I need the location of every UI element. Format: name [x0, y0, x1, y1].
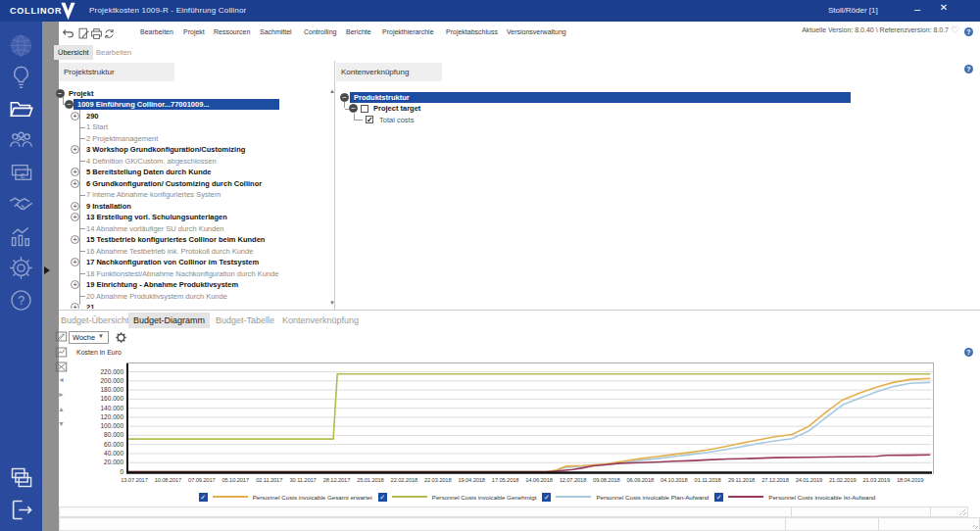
budget-tab-3[interactable]: Kontenverknüpfung — [277, 313, 364, 328]
x-tick-label: 12.07.2018 — [556, 477, 589, 483]
collapse-icon[interactable]: − — [56, 89, 65, 98]
expand-icon[interactable]: + — [71, 179, 79, 188]
expand-icon[interactable]: + — [71, 235, 79, 244]
x-tick-label: 22.02.2018 — [387, 477, 420, 483]
x-tick-label: 18.04.2019 — [894, 477, 927, 483]
tree-row[interactable]: 13 Erstellung vorl. Schulungsunterlagen — [86, 212, 227, 223]
budget-tab-1[interactable]: Budget-Diagramm — [128, 313, 210, 328]
tree-row[interactable]: 290 — [86, 111, 99, 122]
checkbox-total-costs[interactable]: ✓ — [366, 116, 373, 123]
x-tick-label: 24.01.2019 — [792, 477, 825, 483]
legend-checkbox[interactable]: ✓ — [199, 493, 208, 502]
expand-icon[interactable]: + — [71, 303, 79, 309]
x-tick-label: 30.11.2017 — [286, 477, 319, 483]
x-tick-label: 09.08.2018 — [590, 477, 623, 483]
tree-row[interactable]: 9 Installation — [86, 201, 131, 213]
collapse-icon[interactable]: − — [340, 93, 349, 102]
budget-tab-2[interactable]: Budget-Tabelle — [211, 313, 279, 328]
tree-row[interactable]: 19 Einrichtung - Abnahme Produktivsystem — [86, 279, 238, 291]
tree-row[interactable]: 15 Testbetrieb konfiguriertes Collinor b… — [86, 234, 265, 246]
expand-icon[interactable]: + — [71, 168, 79, 176]
legend-item: ✓Personnel Costs invoicable Ist-Aufwand — [714, 493, 875, 502]
budget-chart-plot — [126, 362, 934, 474]
y-tick-label: 0 — [82, 468, 123, 475]
tree-row[interactable]: 6 Grundkonfiguration/ Customizing durch … — [86, 178, 262, 190]
tree-row[interactable]: 17 Nachkonfiguration von Collinor im Tes… — [86, 257, 259, 268]
tree-row[interactable]: 7 interne Abnahme konfiguriertes System — [86, 189, 220, 201]
tree-row[interactable]: 4 Definition GK/Custom. abgeschlossen — [86, 156, 217, 168]
chart-line-icon[interactable] — [55, 345, 68, 358]
chevron-down-icon: ▼ — [98, 333, 104, 339]
expand-icon[interactable]: + — [71, 258, 79, 266]
y-tick-label: 200.000 — [82, 377, 123, 384]
y-tick-label: 20.000 — [82, 459, 123, 465]
budget-tab-0[interactable]: Budget-Übersicht — [56, 313, 134, 328]
expand-icon[interactable]: + — [71, 202, 79, 211]
collapse-icon[interactable]: − — [349, 104, 358, 113]
tree-row[interactable]: 21 — [86, 302, 94, 309]
legend-label: Personnel Costs invoicable Plan-Aufwand — [596, 494, 709, 501]
scroll-up-icon[interactable]: ▲ — [58, 406, 65, 412]
tree-row[interactable]: 1 Start — [86, 121, 108, 133]
legend-checkbox[interactable]: ✓ — [378, 493, 387, 502]
tree-row[interactable]: 18 Funktionstest/Abnahme Nachkonfigurati… — [86, 268, 278, 280]
expand-icon[interactable]: + — [71, 280, 79, 289]
x-tick-label: 22.03.2018 — [421, 477, 455, 483]
chart-edit-icon[interactable] — [55, 329, 68, 342]
y-tick-label: 160.000 — [82, 395, 123, 402]
tree-row-selected[interactable]: Produktstruktur — [350, 92, 851, 103]
x-tick-label: 13.07.2017 — [118, 477, 151, 483]
project-structure-tree: −Projekt1009 Einführung Collinor...77001… — [0, 0, 980, 309]
windows-stack-icon[interactable] — [8, 464, 34, 491]
panel-divider-horizontal[interactable] — [59, 310, 980, 311]
resize-grip-inner[interactable] — [959, 508, 966, 515]
scroll-left-icon[interactable]: ◄ — [58, 376, 65, 383]
x-tick-label: 17.05.2018 — [489, 477, 522, 483]
expand-icon[interactable]: + — [71, 112, 79, 121]
tree-row[interactable]: Total costs — [379, 115, 414, 126]
tree-row-selected[interactable]: 1009 Einführung Collinor...77001009... — [74, 99, 279, 110]
legend-checkbox[interactable]: ✓ — [542, 493, 551, 502]
x-tick-label: 06.09.2018 — [623, 477, 657, 483]
view-tab-uebersicht[interactable]: Übersicht — [54, 45, 93, 60]
expand-icon[interactable]: + — [71, 213, 79, 221]
tree-row[interactable]: Projekt — [69, 88, 93, 100]
scrollbar-up-arrow[interactable]: ▲ — [329, 88, 335, 94]
x-tick-label: 10.08.2017 — [151, 477, 184, 483]
scroll-down-icon[interactable]: ▼ — [58, 420, 65, 427]
tree-row[interactable]: 2 Projektmanagement — [86, 133, 158, 145]
tree-row[interactable]: 14 Abnahme vorläufiger SU durch Kunden — [86, 223, 224, 235]
logout-icon[interactable] — [8, 497, 34, 523]
legend-item: ✓Personnel Costs invoicable Genehmigt — [378, 493, 537, 502]
help-icon-budget[interactable]: ? — [964, 348, 973, 357]
chart-axis-title: Kosten in Euro — [76, 349, 122, 356]
legend-checkbox[interactable]: ✓ — [714, 493, 723, 502]
legend-label: Personnel Costs invoicable Genehmigt — [432, 494, 537, 501]
status-bar-inner — [59, 507, 968, 517]
collinor-app-window: COLLINOR Projektkosten 1009-R - Einführu… — [0, 0, 980, 531]
expand-icon[interactable]: + — [71, 145, 79, 154]
scrollbar-down-arrow[interactable]: ▼ — [329, 300, 335, 306]
x-tick-label: 07.09.2017 — [185, 477, 219, 483]
tree-row[interactable]: Project target — [373, 103, 420, 115]
x-tick-label: 14.06.2018 — [522, 477, 556, 483]
chart-x-icon[interactable] — [55, 360, 68, 372]
chart-settings-gear-icon[interactable] — [114, 330, 128, 345]
scroll-right-icon[interactable]: ► — [58, 391, 65, 398]
x-tick-label: 04.10.2018 — [658, 477, 691, 483]
tree-row[interactable]: 20 Abnahme Produktivsystem durch Kunde — [86, 291, 227, 303]
x-tick-label: 05.10.2017 — [219, 477, 252, 483]
x-tick-label: 21.03.2019 — [859, 477, 893, 483]
tree-row[interactable]: 3 Workshop Grundkonfiguration/Customizin… — [86, 144, 245, 156]
legend-line-swatch — [556, 496, 591, 498]
tree-row[interactable]: 16 Abnahme Testbetrieb ink. Protokoll du… — [86, 246, 253, 258]
x-tick-label: 02.11.2017 — [253, 477, 286, 483]
resize-grip-outer[interactable] — [971, 522, 978, 529]
checkbox-project-target[interactable] — [361, 105, 368, 113]
view-tab-bearbeiten[interactable]: Bearbeiten — [92, 45, 135, 60]
y-tick-label: 60.000 — [82, 441, 123, 448]
y-tick-label: 220.000 — [82, 368, 123, 375]
tree-row[interactable]: 5 Bereitstellung Daten durch Kunde — [86, 167, 212, 178]
collapse-icon[interactable]: − — [65, 100, 74, 109]
legend-line-swatch — [728, 496, 763, 498]
